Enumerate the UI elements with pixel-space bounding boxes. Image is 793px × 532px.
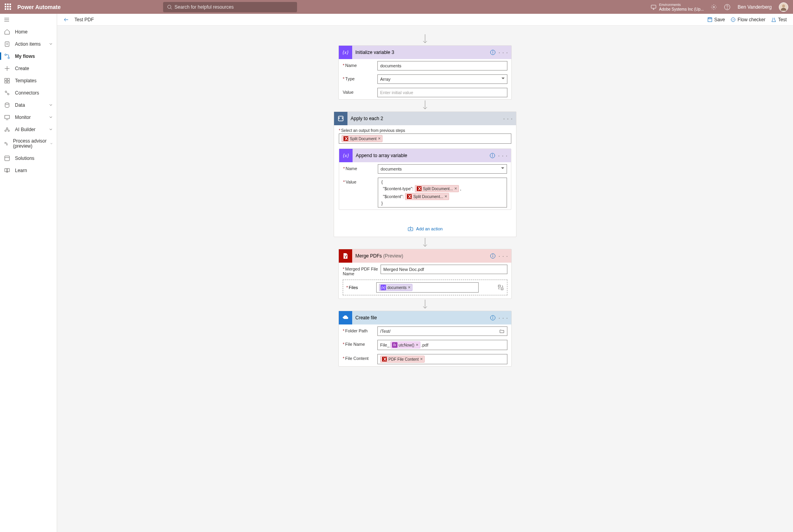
svg-point-9 [782, 4, 785, 7]
help-icon[interactable] [724, 4, 730, 10]
info-icon[interactable] [490, 50, 496, 55]
nav-my-flows[interactable]: My flows [0, 50, 57, 62]
info-icon[interactable] [490, 253, 496, 259]
merged-filename-input[interactable]: Merged New Doc.pdf [381, 265, 507, 274]
card-apply-to-each[interactable]: Apply to each 2 · · · *Select an output … [334, 111, 516, 237]
svg-point-5 [713, 6, 715, 8]
token-remove-icon[interactable]: ✕ [416, 343, 419, 347]
svg-point-0 [168, 5, 171, 8]
card-header[interactable]: Create file · · · [339, 311, 511, 324]
nav-home[interactable]: Home [0, 26, 57, 38]
adobe-pdf-icon [339, 249, 352, 263]
nav-ai-builder[interactable]: AI Builder [0, 123, 57, 135]
nav-process-advisor[interactable]: Process advisor (preview) [0, 135, 57, 152]
file-content-input[interactable]: PDF File Content ✕ [377, 354, 507, 364]
svg-line-26 [7, 92, 8, 93]
token-split-document-content[interactable]: Split Document... ✕ [405, 193, 449, 200]
name-input[interactable]: documents [377, 61, 507, 70]
nav-data[interactable]: Data [0, 99, 57, 111]
switch-array-icon[interactable] [498, 284, 504, 291]
card-header[interactable]: {x} Initialize variable 3 · · · [339, 46, 511, 59]
info-icon[interactable] [490, 153, 495, 158]
card-header[interactable]: {x} Append to array variable · · · [339, 149, 511, 162]
more-icon[interactable]: · · · [499, 49, 508, 56]
files-input[interactable]: {x} documents ✕ [376, 282, 479, 293]
card-append-to-array[interactable]: {x} Append to array variable · · · *Name… [339, 148, 511, 210]
token-split-document[interactable]: Split Document ✕ [342, 135, 383, 142]
token-documents[interactable]: {x} documents ✕ [379, 284, 412, 291]
token-utcnow[interactable]: fx utcNow() ✕ [390, 341, 420, 348]
chevron-down-icon [50, 142, 53, 146]
add-action-button[interactable]: Add an action [339, 226, 511, 232]
flow-checker-button[interactable]: Flow checker [730, 17, 765, 22]
svg-line-1 [171, 8, 172, 9]
chevron-down-icon [49, 128, 53, 132]
nav-action-items[interactable]: Action items [0, 38, 57, 50]
nav-learn[interactable]: Learn [0, 164, 57, 176]
token-split-document-type[interactable]: Split Document... ✕ [415, 185, 459, 192]
app-header: Power Automate Environments Adobe System… [0, 0, 793, 14]
loop-icon [334, 112, 347, 125]
more-icon[interactable]: · · · [498, 152, 508, 159]
svg-point-46 [492, 51, 493, 52]
token-pdf-file-content[interactable]: PDF File Content ✕ [380, 356, 425, 363]
svg-line-34 [7, 129, 8, 130]
select-output-input[interactable]: Split Document ✕ [339, 133, 511, 144]
nav-monitor[interactable]: Monitor [0, 111, 57, 123]
nav-toggle[interactable] [0, 14, 57, 26]
folder-path-input[interactable]: /Test/ [377, 326, 507, 336]
append-name-select[interactable]: documents [378, 164, 507, 174]
svg-point-30 [6, 128, 8, 129]
command-bar: Test PDF Save Flow checker Test [57, 14, 793, 26]
info-icon[interactable] [490, 315, 496, 321]
more-icon[interactable]: · · · [503, 115, 513, 122]
back-button[interactable] [63, 17, 69, 22]
folder-picker-icon[interactable] [499, 328, 505, 334]
type-select[interactable]: Array [377, 74, 507, 84]
test-button[interactable]: Test [771, 17, 787, 22]
svg-rect-2 [651, 5, 656, 8]
environment-picker[interactable]: Environments Adobe Systems Inc (Up... [650, 2, 704, 12]
append-value-input[interactable]: { "$content-type": Split Document... ✕ [378, 178, 507, 208]
svg-rect-60 [498, 285, 500, 287]
svg-rect-20 [5, 78, 7, 80]
app-launcher-icon[interactable] [5, 4, 12, 11]
variable-icon: {x} [339, 149, 353, 162]
search-icon [167, 4, 172, 10]
svg-point-42 [731, 18, 735, 22]
svg-point-24 [5, 91, 7, 93]
token-remove-icon[interactable]: ✕ [378, 137, 381, 141]
card-header[interactable]: Merge PDFs (Preview) · · · [339, 249, 511, 263]
nav-templates[interactable]: Templates [0, 74, 57, 87]
files-row: *Files {x} documents ✕ [343, 280, 507, 295]
card-create-file[interactable]: Create file · · · *Folder Path /Test/ *F… [338, 311, 512, 367]
nav-solutions[interactable]: Solutions [0, 152, 57, 164]
svg-point-7 [727, 8, 728, 9]
svg-rect-22 [5, 81, 7, 83]
more-icon[interactable]: · · · [499, 315, 508, 321]
token-remove-icon[interactable]: ✕ [420, 357, 423, 361]
card-merge-pdfs[interactable]: Merge PDFs (Preview) · · · *Merged PDF F… [338, 249, 512, 299]
token-remove-icon[interactable]: ✕ [444, 195, 448, 198]
settings-icon[interactable] [711, 4, 717, 10]
nav-create[interactable]: Create [0, 62, 57, 74]
designer-canvas: {x} Initialize variable 3 · · · *Namedoc… [57, 26, 793, 532]
search-input[interactable] [175, 4, 293, 10]
value-input[interactable] [377, 88, 507, 97]
arrow-icon [422, 34, 428, 44]
file-name-input[interactable]: File_ fx utcNow() ✕ .pdf [377, 340, 507, 350]
env-value: Adobe Systems Inc (Up... [659, 7, 704, 12]
token-remove-icon[interactable]: ✕ [408, 285, 411, 289]
card-initialize-variable[interactable]: {x} Initialize variable 3 · · · *Namedoc… [338, 45, 512, 100]
svg-point-65 [492, 317, 493, 317]
more-icon[interactable]: · · · [499, 253, 508, 259]
search-box[interactable] [163, 2, 297, 12]
arrow-icon [422, 238, 428, 248]
save-button[interactable]: Save [707, 17, 725, 22]
user-avatar[interactable] [779, 2, 788, 12]
card-header[interactable]: Apply to each 2 · · · [334, 112, 516, 125]
svg-point-32 [8, 130, 9, 132]
user-name[interactable]: Ben Vanderberg [737, 4, 772, 10]
token-remove-icon[interactable]: ✕ [454, 187, 457, 191]
nav-connectors[interactable]: Connectors [0, 87, 57, 99]
